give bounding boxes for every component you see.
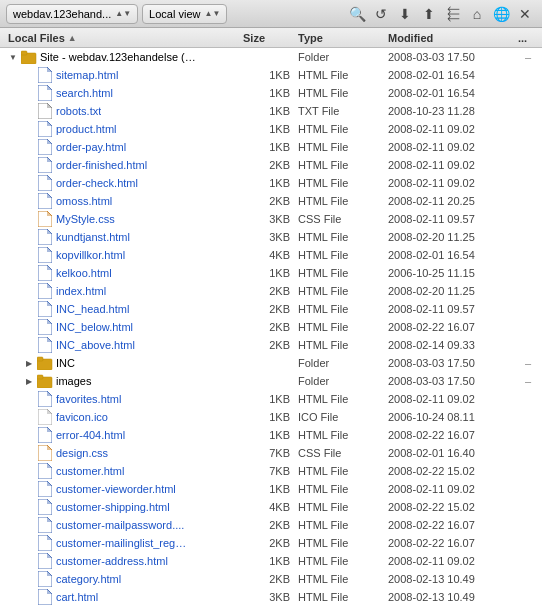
cell-modified: 2008-03-03 17.50 — [388, 357, 518, 369]
file-name[interactable]: product.html — [56, 123, 117, 135]
table-row[interactable]: omoss.html 2KB HTML File 2008-02-11 20.2… — [0, 192, 542, 210]
cell-modified: 2008-02-13 10.49 — [388, 573, 518, 585]
home-icon[interactable]: ⌂ — [466, 3, 488, 25]
file-name[interactable]: customer-mailinglist_reg… — [56, 537, 186, 549]
file-name[interactable]: order-finished.html — [56, 159, 147, 171]
globe-icon[interactable]: 🌐 — [490, 3, 512, 25]
file-name[interactable]: INC_head.html — [56, 303, 129, 315]
site-dropdown-arrow: ▲▼ — [115, 9, 131, 18]
col-size-header[interactable]: Size — [243, 32, 298, 44]
file-name[interactable]: customer-shipping.html — [56, 501, 170, 513]
cell-size: 1KB — [243, 123, 298, 135]
html-icon — [37, 283, 53, 299]
cell-modified: 2008-02-01 16.54 — [388, 69, 518, 81]
table-row[interactable]: search.html 1KB HTML File 2008-02-01 16.… — [0, 84, 542, 102]
html-icon — [37, 589, 53, 605]
refresh-icon[interactable]: ↺ — [370, 3, 392, 25]
file-name[interactable]: customer-mailpassword.... — [56, 519, 184, 531]
col-type-header[interactable]: Type — [298, 32, 388, 44]
html-icon — [37, 571, 53, 587]
cell-size: 7KB — [243, 447, 298, 459]
table-row[interactable]: order-pay.html 1KB HTML File 2008-02-11 … — [0, 138, 542, 156]
table-row[interactable]: ▶ images Folder 2008-03-03 17.50 – — [0, 372, 542, 390]
table-row[interactable]: favicon.ico 1KB ICO File 2006-10-24 08.1… — [0, 408, 542, 426]
file-name[interactable]: customer-vieworder.html — [56, 483, 176, 495]
file-name[interactable]: MyStyle.css — [56, 213, 115, 225]
file-name[interactable]: INC_below.html — [56, 321, 133, 333]
html-icon — [37, 157, 53, 173]
table-row[interactable]: order-check.html 1KB HTML File 2008-02-1… — [0, 174, 542, 192]
cell-type: HTML File — [298, 339, 388, 351]
table-row[interactable]: kopvillkor.html 4KB HTML File 2008-02-01… — [0, 246, 542, 264]
table-row[interactable]: customer-address.html 1KB HTML File 2008… — [0, 552, 542, 570]
table-row[interactable]: error-404.html 1KB HTML File 2008-02-22 … — [0, 426, 542, 444]
table-row[interactable]: index.html 2KB HTML File 2008-02-20 11.2… — [0, 282, 542, 300]
table-row[interactable]: customer-mailpassword.... 2KB HTML File … — [0, 516, 542, 534]
table-row[interactable]: kelkoo.html 1KB HTML File 2006-10-25 11.… — [0, 264, 542, 282]
table-row[interactable]: customer-mailinglist_reg… 2KB HTML File … — [0, 534, 542, 552]
table-row[interactable]: INC_head.html 2KB HTML File 2008-02-11 0… — [0, 300, 542, 318]
move-icon[interactable]: ⬱ — [442, 3, 464, 25]
cell-size: 1KB — [243, 105, 298, 117]
cell-type: HTML File — [298, 573, 388, 585]
file-name[interactable]: kelkoo.html — [56, 267, 112, 279]
file-name[interactable]: favicon.ico — [56, 411, 108, 423]
table-row[interactable]: kundtjanst.html 3KB HTML File 2008-02-20… — [0, 228, 542, 246]
disconnect-icon[interactable]: ✕ — [514, 3, 536, 25]
expand-arrow[interactable]: ▼ — [8, 52, 18, 62]
file-name[interactable]: search.html — [56, 87, 113, 99]
cell-modified: 2008-02-11 09.02 — [388, 555, 518, 567]
file-name[interactable]: category.html — [56, 573, 121, 585]
view-dropdown[interactable]: Local view ▲▼ — [142, 4, 227, 24]
cell-type: HTML File — [298, 483, 388, 495]
table-row[interactable]: order-finished.html 2KB HTML File 2008-0… — [0, 156, 542, 174]
view-dropdown-arrow: ▲▼ — [204, 9, 220, 18]
table-row[interactable]: category.html 2KB HTML File 2008-02-13 1… — [0, 570, 542, 588]
table-row[interactable]: customer-shipping.html 4KB HTML File 200… — [0, 498, 542, 516]
table-row[interactable]: INC_below.html 2KB HTML File 2008-02-22 … — [0, 318, 542, 336]
file-name[interactable]: customer-address.html — [56, 555, 168, 567]
table-row[interactable]: ▼ Site - webdav.123ehandelse (… Folder 2… — [0, 48, 542, 66]
cell-size: 1KB — [243, 429, 298, 441]
table-row[interactable]: favorites.html 1KB HTML File 2008-02-11 … — [0, 390, 542, 408]
file-name[interactable]: order-check.html — [56, 177, 138, 189]
table-row[interactable]: customer-vieworder.html 1KB HTML File 20… — [0, 480, 542, 498]
table-row[interactable]: customer.html 7KB HTML File 2008-02-22 1… — [0, 462, 542, 480]
cell-modified: 2008-02-11 09.02 — [388, 177, 518, 189]
col-modified-header[interactable]: Modified — [388, 32, 518, 44]
file-name[interactable]: sitemap.html — [56, 69, 118, 81]
file-name[interactable]: design.css — [56, 447, 108, 459]
table-row[interactable]: design.css 7KB CSS File 2008-02-01 16.40 — [0, 444, 542, 462]
table-row[interactable]: MyStyle.css 3KB CSS File 2008-02-11 09.5… — [0, 210, 542, 228]
table-row[interactable]: sitemap.html 1KB HTML File 2008-02-01 16… — [0, 66, 542, 84]
file-name[interactable]: favorites.html — [56, 393, 121, 405]
file-name[interactable]: customer.html — [56, 465, 124, 477]
col-name-header[interactable]: Local Files ▲ — [4, 32, 243, 44]
arrow-down-icon[interactable]: ⬇ — [394, 3, 416, 25]
table-row[interactable]: ▶ INC Folder 2008-03-03 17.50 – — [0, 354, 542, 372]
file-name[interactable]: robots.txt — [56, 105, 101, 117]
site-dropdown[interactable]: webdav.123ehand... ▲▼ — [6, 4, 138, 24]
file-name[interactable]: index.html — [56, 285, 106, 297]
file-name[interactable]: cart.html — [56, 591, 98, 603]
search-icon[interactable]: 🔍 — [346, 3, 368, 25]
expand-arrow[interactable]: ▶ — [24, 358, 34, 368]
file-name[interactable]: order-pay.html — [56, 141, 126, 153]
table-row[interactable]: robots.txt 1KB TXT File 2008-10-23 11.28 — [0, 102, 542, 120]
file-name[interactable]: INC_above.html — [56, 339, 135, 351]
col-extra-header[interactable]: ... — [518, 32, 538, 44]
file-name[interactable]: kopvillkor.html — [56, 249, 125, 261]
file-name[interactable]: INC — [56, 357, 75, 369]
file-name[interactable]: error-404.html — [56, 429, 125, 441]
file-name[interactable]: images — [56, 375, 91, 387]
table-row[interactable]: cart.html 3KB HTML File 2008-02-13 10.49 — [0, 588, 542, 606]
expand-arrow[interactable]: ▶ — [24, 376, 34, 386]
file-name[interactable]: kundtjanst.html — [56, 231, 130, 243]
table-row[interactable]: product.html 1KB HTML File 2008-02-11 09… — [0, 120, 542, 138]
file-name[interactable]: Site - webdav.123ehandelse (… — [40, 51, 196, 63]
arrow-up-icon[interactable]: ⬆ — [418, 3, 440, 25]
file-name[interactable]: omoss.html — [56, 195, 112, 207]
html-icon — [37, 319, 53, 335]
table-row[interactable]: INC_above.html 2KB HTML File 2008-02-14 … — [0, 336, 542, 354]
cell-name: kelkoo.html — [4, 265, 243, 281]
